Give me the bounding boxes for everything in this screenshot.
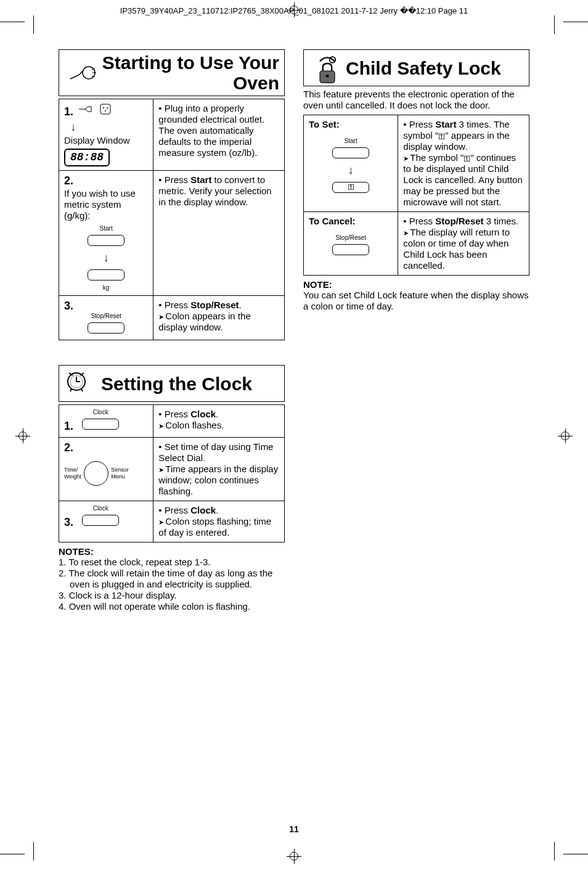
list-item: 2. The clock will retain the time of day…: [59, 568, 285, 590]
step-number: 3.: [64, 516, 73, 528]
start-button-label: Start: [64, 225, 148, 232]
registration-mark-icon: [15, 428, 30, 443]
to-cancel-label: To Cancel:: [309, 216, 356, 226]
step-number: 3.: [64, 300, 73, 312]
page-number: 11: [0, 824, 588, 834]
registration-mark-icon: [558, 428, 573, 443]
note-text: You can set Child Lock feature when the …: [303, 290, 529, 312]
stop-reset-button-label: Stop/Reset: [64, 313, 148, 320]
display-window-label: Display Window: [64, 135, 148, 146]
step-number: 2.: [64, 441, 73, 454]
section-childlock-title: Child Safety Lock: [346, 58, 524, 78]
step-instruction: • Plug into a properly grounded electric…: [153, 99, 284, 170]
step-number: 1.: [64, 420, 73, 432]
key-icon: ⚿: [348, 183, 354, 191]
section-starting-title: Starting to Use Your Oven: [101, 52, 279, 93]
section-starting-title-box: Starting to Use Your Oven: [59, 49, 285, 96]
svg-point-3: [107, 107, 108, 108]
clock-button-icon: [82, 419, 119, 430]
section-clock-title-box: Setting the Clock: [59, 365, 285, 402]
step-number: 1.: [64, 105, 73, 118]
list-item: 1. To reset the clock, repeat step 1-3.: [59, 557, 285, 568]
step-instruction: • Press Clock.Colon stops flashing; time…: [153, 501, 284, 542]
clock-button-icon: [82, 515, 119, 526]
registration-mark-icon: [287, 849, 301, 864]
kg-label: kg: [64, 284, 148, 292]
table-row: 2. Time/Weight SensorMenu • Set time of …: [59, 438, 284, 501]
start-button-label: Start: [309, 137, 393, 145]
table-row: 1. ↓ Display Window 88:88 • Plug into a …: [59, 99, 284, 171]
clock-steps-table: 1. Clock • Press Clock.Colon flashes. 2.…: [59, 404, 285, 542]
key-icon: ⚿: [438, 133, 445, 140]
table-row: 2. If you wish to use metric system (g/k…: [59, 171, 284, 296]
step-instruction: • Set time of day using Time Select Dial…: [153, 438, 284, 501]
stop-reset-button-icon: [88, 322, 125, 334]
crop-mark: [0, 22, 34, 43]
alarm-clock-icon: [64, 368, 101, 399]
display-value: 88:88: [64, 149, 110, 167]
step-instruction: • Press Clock.Colon flashes.: [153, 405, 284, 437]
crop-mark: [554, 833, 588, 854]
starting-steps-table: 1. ↓ Display Window 88:88 • Plug into a …: [59, 99, 285, 340]
step-instruction: • Press Start 3 times. The symbol "⚿" ap…: [398, 115, 529, 211]
list-item: 3. Clock is a 12-hour display.: [59, 590, 285, 601]
to-set-label: To Set:: [309, 119, 340, 129]
step-instruction: • Press Stop/Reset.Colon appears in the …: [153, 296, 284, 340]
start-button-icon: [88, 235, 125, 246]
table-row: 3. Clock • Press Clock.Colon stops flash…: [59, 501, 284, 542]
oven-plug-icon: [64, 57, 101, 88]
arrow-down-icon: ↓: [97, 252, 115, 263]
note-heading: NOTE:: [303, 279, 529, 290]
clock-button-label: Clock: [82, 505, 119, 512]
notes-list: 1. To reset the clock, repeat step 1-3. …: [59, 557, 285, 612]
table-row: To Cancel: Stop/Reset • Press Stop/Reset…: [304, 212, 529, 275]
svg-point-4: [105, 110, 106, 112]
display-box-icon: ⚿: [332, 182, 369, 193]
sensor-menu-label: SensorMenu: [111, 467, 129, 480]
clock-button-label: Clock: [82, 409, 119, 416]
svg-point-2: [103, 107, 104, 108]
list-item: 4. Oven will not operate while colon is …: [59, 601, 285, 612]
section-childlock-title-box: Child Safety Lock: [303, 49, 529, 86]
arrow-down-icon: ↓: [64, 121, 83, 133]
stop-reset-button-label: Stop/Reset: [309, 234, 393, 242]
step-condition-text: If you wish to use metric system (g/kg):: [64, 188, 148, 221]
step-instruction: • Press Start to convert to metric. Veri…: [153, 171, 284, 295]
step-instruction: • Press Stop/Reset 3 times.The display w…: [398, 212, 529, 275]
dial-icon: [84, 461, 108, 486]
time-weight-label: Time/Weight: [64, 467, 81, 480]
plug-outlet-icon: [76, 103, 113, 118]
childlock-steps-table: To Set: Start ↓ ⚿ • Press Start 3 times.…: [303, 115, 529, 276]
crop-mark: [0, 833, 34, 854]
arrow-down-icon: ↓: [341, 165, 360, 176]
step-number: 2.: [64, 174, 73, 187]
childlock-intro: This feature prevents the electronic ope…: [303, 89, 529, 111]
table-row: 1. Clock • Press Clock.Colon flashes.: [59, 405, 284, 438]
stop-reset-button-icon: [332, 244, 369, 255]
start-button-icon: [332, 147, 369, 158]
key-icon: ⚿: [463, 155, 470, 162]
child-lock-icon: [309, 52, 346, 83]
crop-mark: [554, 22, 588, 43]
registration-mark-icon: [287, 2, 301, 17]
table-row: 3. Stop/Reset • Press Stop/Reset.Colon a…: [59, 296, 284, 340]
table-row: To Set: Start ↓ ⚿ • Press Start 3 times.…: [304, 115, 529, 212]
section-clock-title: Setting the Clock: [101, 374, 279, 394]
display-box-icon: [88, 269, 125, 280]
notes-heading: NOTES:: [59, 546, 285, 557]
svg-point-9: [326, 75, 329, 78]
svg-rect-1: [100, 104, 110, 114]
